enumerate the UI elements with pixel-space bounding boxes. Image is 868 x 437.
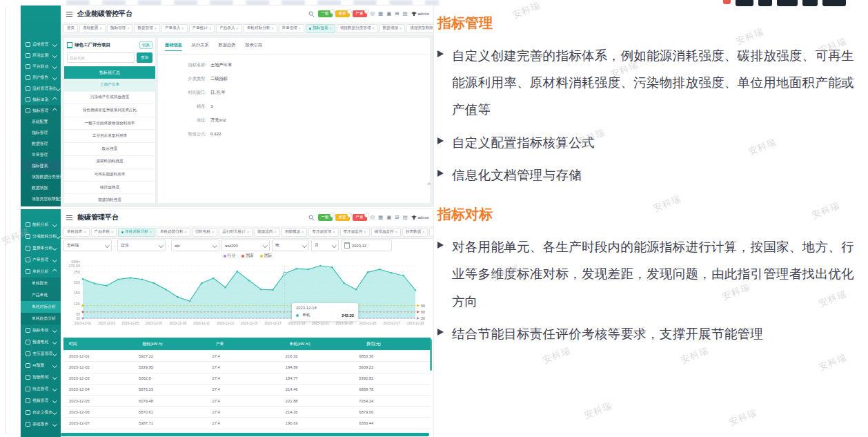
node-select[interactable]: akr <box>171 240 219 251</box>
horizontal-scrollbar[interactable] <box>61 433 429 436</box>
tab[interactable]: 填报数据分类管理 × <box>337 24 378 33</box>
sidebar-item[interactable]: 流程管理系统 <box>21 83 61 94</box>
sidebar-subitem[interactable]: 基础配置 <box>21 116 61 127</box>
sidebar-item[interactable]: 分项能耗分析 <box>21 231 61 242</box>
indicator-list-item[interactable]: 一般工业固体废物综合利用率 <box>64 117 155 130</box>
search-icon[interactable] <box>308 11 315 17</box>
tab[interactable]: 单耗报表 × <box>63 228 90 237</box>
indicator-search-input[interactable] <box>67 52 135 63</box>
menu-icon[interactable] <box>66 215 72 220</box>
detail-tab[interactable]: 拓扑关系 <box>192 42 209 51</box>
benchmark-chart[interactable]: 279.032502001501005030kWh/2023-12-012023… <box>62 259 432 336</box>
copy-icon[interactable] <box>403 215 408 220</box>
alarm-badge[interactable]: 严重 <box>353 214 367 221</box>
tab[interactable]: 指标搜索 × <box>306 24 335 33</box>
user-menu[interactable]: admin <box>411 215 429 220</box>
sidebar-item[interactable]: 复费率分析 <box>21 242 61 254</box>
sidebar-subitem[interactable]: 指标搜索 <box>21 160 61 171</box>
close-icon[interactable]: × <box>275 230 277 234</box>
tab[interactable]: 数据管理 × <box>134 24 160 33</box>
sidebar-item[interactable]: 环境监测 <box>21 50 61 61</box>
eye-icon[interactable] <box>371 11 375 17</box>
indicator-list-item[interactable]: 绿色低碳改造升级项目投资占比 <box>64 104 155 117</box>
sidebar-subitem[interactable]: 单耗报表 <box>21 278 61 289</box>
tab[interactable]: 首页 × <box>429 228 433 237</box>
sidebar-item[interactable]: 指标体系 <box>21 94 61 105</box>
close-icon[interactable]: × <box>127 26 129 30</box>
alarm-badge[interactable]: 一般 <box>318 10 333 17</box>
period-select[interactable]: 月 <box>311 240 339 251</box>
close-icon[interactable]: × <box>150 230 152 234</box>
close-icon[interactable]: × <box>400 26 402 30</box>
close-icon[interactable]: × <box>271 26 273 30</box>
sidebar-subitem[interactable]: 关键指标管理 <box>21 204 61 206</box>
tab[interactable]: 产品录入 × <box>216 24 242 33</box>
sidebar-item[interactable]: 视频管理 <box>21 395 61 407</box>
tab[interactable]: 单耗对标分析 × <box>118 228 155 237</box>
close-icon[interactable]: × <box>237 26 239 30</box>
tab[interactable]: 数据填报 × <box>379 24 406 33</box>
close-icon[interactable]: × <box>364 230 366 234</box>
close-icon[interactable]: × <box>422 230 424 234</box>
sidebar-item[interactable]: 指标考核 <box>21 324 61 336</box>
sidebar-subitem[interactable]: 单耗对标分析 <box>21 301 61 313</box>
close-icon[interactable]: × <box>111 230 113 234</box>
grid-icon[interactable] <box>378 215 383 220</box>
close-icon[interactable]: × <box>83 230 86 234</box>
indicator-list-item[interactable]: 土地产出率 <box>64 79 155 92</box>
expand-arrow[interactable]: » <box>427 180 431 187</box>
sidebar-item[interactable]: 基础报表 <box>21 418 61 430</box>
indicator-list-item[interactable]: 可再生能源利用率 <box>64 168 155 182</box>
tab[interactable]: 指标管理 × <box>107 24 133 33</box>
fullscreen-icon[interactable] <box>395 215 399 220</box>
scrollbar[interactable] <box>430 339 432 371</box>
sidebar-item[interactable]: 变压器管理 <box>21 348 61 360</box>
query-button[interactable]: 查询 <box>137 52 152 63</box>
tab[interactable]: 分时电耗 × <box>192 228 218 237</box>
date-picker[interactable]: 2023-12 <box>341 240 392 251</box>
org-select[interactable]: 安科瑞 <box>63 240 112 251</box>
tab[interactable]: 变压器监控 × <box>340 228 370 237</box>
indicator-list-item[interactable]: 污染物产生或排放强度 <box>64 92 155 105</box>
alarm-badge[interactable]: 重要 <box>335 214 350 221</box>
tab[interactable]: 运行时长统计 × <box>219 228 253 237</box>
sidebar-group-indicator-mgmt[interactable]: 指标管理 <box>21 105 61 116</box>
level-select[interactable]: 企业 <box>117 240 166 251</box>
sidebar-subitem[interactable]: 数据管理 <box>21 138 61 149</box>
tab[interactable]: 基础配置 × <box>79 24 106 33</box>
tab[interactable]: 变压器管理 × <box>308 228 338 237</box>
tab[interactable]: 抄表数据 × <box>402 228 428 237</box>
search-icon[interactable] <box>308 215 315 221</box>
switch-button[interactable]: 切换 <box>139 41 152 49</box>
close-icon[interactable]: × <box>330 26 332 30</box>
sidebar-subitem[interactable]: 指标管理 <box>21 127 61 138</box>
alarm-badge[interactable]: 重要 <box>335 10 350 17</box>
detail-tab[interactable]: 报表引用 <box>245 42 262 51</box>
benchmark-chart-area[interactable]: 279.032502001501005030kWh/2023-12-012023… <box>62 259 432 336</box>
device-select[interactable]: awt200 <box>221 240 270 251</box>
sidebar-item[interactable]: 用户报告 <box>21 72 61 83</box>
close-icon[interactable]: × <box>299 26 301 30</box>
close-icon[interactable]: × <box>155 26 157 30</box>
indicator-list-item[interactable]: 碳排放强度 <box>64 182 155 195</box>
sidebar-subitem[interactable]: 单耗趋势分析 <box>21 313 61 324</box>
legend-item[interactable]: 行业 <box>224 253 236 259</box>
sidebar-subitem[interactable]: 数据填报 <box>21 182 61 193</box>
sidebar-item[interactable]: 智能照明 <box>21 371 61 383</box>
indicator-list-item[interactable]: 取水强度 <box>64 143 155 156</box>
tab[interactable]: 单耗趋势分析 × <box>157 228 190 237</box>
alarm-badge[interactable]: 严重 <box>353 10 367 17</box>
tab[interactable]: 碳排放监控 × <box>371 228 401 237</box>
close-icon[interactable]: × <box>212 230 214 234</box>
menu-icon[interactable] <box>66 12 72 17</box>
detail-tab[interactable]: 基础信息 <box>165 42 182 51</box>
detail-tab[interactable]: 数据趋势 <box>219 42 236 51</box>
sidebar-item[interactable]: AI预测 <box>21 360 61 371</box>
sidebar-item[interactable]: 平台联动 <box>21 61 61 72</box>
close-icon[interactable]: × <box>247 230 249 234</box>
sidebar-item[interactable]: 产量管理 <box>21 254 61 266</box>
close-icon[interactable]: × <box>185 230 187 234</box>
sidebar-group-unit-consumption[interactable]: 单耗分析 <box>21 266 61 278</box>
indicator-list-item[interactable]: 能源消耗强度 <box>64 194 155 206</box>
sidebar-item[interactable]: 能耗分析 <box>21 219 61 231</box>
